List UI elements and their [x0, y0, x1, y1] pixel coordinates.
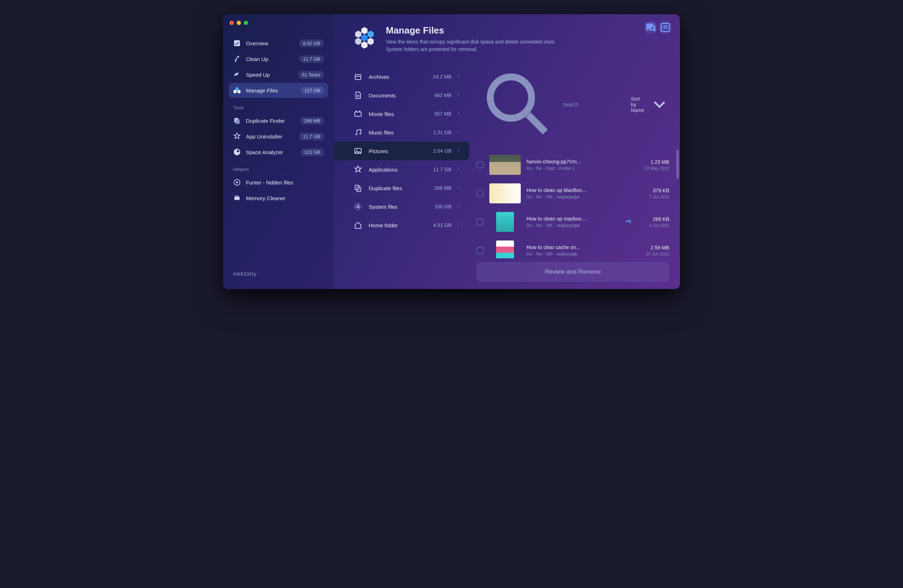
documents-icon	[354, 91, 362, 99]
applications-icon	[354, 165, 362, 174]
category-pictures[interactable]: Pictures 2.04 GB	[334, 141, 469, 160]
archives-icon	[354, 72, 362, 81]
search-box[interactable]	[477, 63, 625, 146]
file-checkbox[interactable]	[477, 161, 484, 168]
svg-rect-26	[355, 112, 361, 116]
file-row[interactable]: How to clean up macboo... Do›Ne›SM›инфог…	[473, 208, 673, 236]
overview-icon	[233, 39, 241, 47]
category-documents[interactable]: Documents 942 MB	[334, 86, 469, 105]
memory-cleaner-icon	[233, 194, 241, 202]
sidebar-item-overview[interactable]: Overview 6.82 GB	[229, 36, 328, 51]
category-label: System files	[369, 204, 435, 210]
sidebar-item-app-uninstaller[interactable]: App Uninstaller 11.7 GB	[229, 129, 328, 144]
category-label: Documents	[369, 93, 434, 99]
category-archives[interactable]: Archives 24.2 MB	[334, 68, 469, 86]
sidebar: Overview 6.82 GB Clean Up 11.7 GB Speed …	[223, 14, 334, 289]
category-size: 942 MB	[434, 93, 452, 98]
svg-point-36	[491, 77, 532, 118]
search-input[interactable]	[563, 102, 625, 107]
sidebar-item-clean-up[interactable]: Clean Up 11.7 GB	[229, 51, 328, 66]
file-checkbox[interactable]	[477, 190, 484, 197]
category-music-files[interactable]: Music files 1.21 GB	[334, 123, 469, 141]
duplicate-files-icon	[354, 184, 362, 192]
svg-marker-18	[361, 34, 367, 41]
category-system-files[interactable]: System files 100 GB	[334, 197, 469, 216]
svg-line-37	[528, 115, 545, 132]
file-checkbox[interactable]	[477, 247, 484, 254]
close-window-button[interactable]	[230, 21, 234, 25]
svg-point-28	[359, 111, 360, 112]
sidebar-item-memory-cleaner[interactable]: Memory Cleaner	[229, 190, 328, 206]
svg-marker-20	[355, 38, 361, 45]
nav-badge: 6.82 GB	[299, 39, 324, 47]
nav-badge: 117 GB	[301, 87, 324, 94]
file-path: Do›Ne›Dupl›Folder 1	[527, 166, 631, 171]
minimize-window-button[interactable]	[237, 21, 241, 25]
page-subtitle: View the items that occupy significant d…	[386, 38, 556, 53]
chevron-right-icon	[456, 166, 460, 173]
category-duplicate-files[interactable]: Duplicate files 266 MB	[334, 179, 469, 197]
sidebar-item-funter-hidden-files[interactable]: Funter - hidden files	[229, 175, 328, 190]
review-and-remove-button[interactable]: Review and Remove	[477, 262, 669, 282]
nav-label: Space Analyzer	[246, 149, 301, 155]
file-size: 379 KB	[637, 188, 669, 193]
sidebar-item-speed-up[interactable]: Speed Up 51 Tasks	[229, 67, 328, 82]
file-size: 286 KB	[637, 216, 669, 222]
music-files-icon	[354, 128, 362, 137]
chevron-right-icon	[456, 111, 460, 117]
svg-rect-11	[234, 197, 240, 200]
clean-up-icon	[233, 55, 241, 63]
file-date: 5 Jul 2021	[637, 223, 669, 228]
file-date: 7 Jul 2021	[637, 195, 669, 200]
manage-files-icon	[233, 86, 241, 94]
chevron-right-icon	[456, 185, 460, 191]
chevron-right-icon	[456, 148, 460, 154]
svg-rect-14	[238, 195, 238, 197]
pictures-icon	[354, 147, 362, 155]
file-row[interactable]: How to clear cache on... Do›Ne›SM›инфогр…	[473, 236, 673, 258]
share-icon	[625, 218, 631, 226]
category-movie-files[interactable]: Movie files 557 MB	[334, 105, 469, 123]
file-row[interactable]: How to clean up MacBoo... Do›Ne›SM›инфог…	[473, 179, 673, 208]
files-panel: Sort by Name hanvin-cheong-pp7Vm... Do›N…	[469, 60, 680, 289]
category-applications[interactable]: Applications 11.7 GB	[334, 160, 469, 179]
svg-marker-21	[361, 41, 367, 49]
category-size: 24.2 MB	[433, 74, 452, 80]
category-label: Duplicate files	[369, 185, 434, 191]
nav-label: Overview	[246, 40, 299, 46]
home-folder-icon	[354, 221, 362, 230]
nav-label: Funter - hidden files	[246, 179, 324, 186]
scrollbar[interactable]	[676, 150, 679, 178]
file-path: Do›Ne›SM›инфограф	[527, 252, 631, 256]
svg-rect-22	[355, 75, 361, 80]
category-size: 1.21 GB	[433, 129, 452, 135]
file-size: 2.59 MB	[637, 245, 669, 250]
search-icon	[477, 63, 559, 146]
svg-point-30	[359, 133, 361, 135]
maximize-window-button[interactable]	[244, 21, 248, 25]
svg-point-32	[357, 150, 358, 151]
nav-label: Memory Cleaner	[246, 195, 324, 201]
file-name: How to clean up macboo...	[527, 216, 619, 222]
file-row[interactable]: hanvin-cheong-pp7Vm... Do›Ne›Dupl›Folder…	[473, 151, 673, 179]
nav-label: Manage Files	[246, 87, 301, 93]
sidebar-item-manage-files[interactable]: Manage Files 117 GB	[229, 83, 328, 98]
duplicate-finder-icon	[233, 117, 241, 124]
svg-rect-13	[236, 195, 237, 197]
app-window: Overview 6.82 GB Clean Up 11.7 GB Speed …	[223, 14, 680, 289]
file-path: Do›Ne›SM›инфографи	[527, 223, 619, 228]
category-label: Home folder	[369, 222, 433, 228]
category-list: Archives 24.2 MB Documents 942 MB Movie …	[334, 60, 469, 289]
sidebar-item-space-analyzer[interactable]: Space Analyzer 121 GB	[229, 145, 328, 159]
category-size: 266 MB	[434, 185, 452, 191]
file-checkbox[interactable]	[477, 219, 484, 225]
sort-button[interactable]: Sort by Name	[631, 94, 669, 114]
sidebar-item-duplicate-finder[interactable]: Duplicate Finder 266 MB	[229, 113, 328, 128]
nav-badge: 11.7 GB	[299, 133, 324, 140]
main-content: Manage Files View the items that occupy …	[334, 14, 680, 289]
category-label: Applications	[369, 167, 433, 173]
category-home-folder[interactable]: Home folder 4.91 GB	[334, 216, 469, 234]
nav-badge: 266 MB	[300, 117, 324, 124]
svg-point-29	[356, 134, 357, 135]
file-thumbnail	[496, 212, 514, 232]
